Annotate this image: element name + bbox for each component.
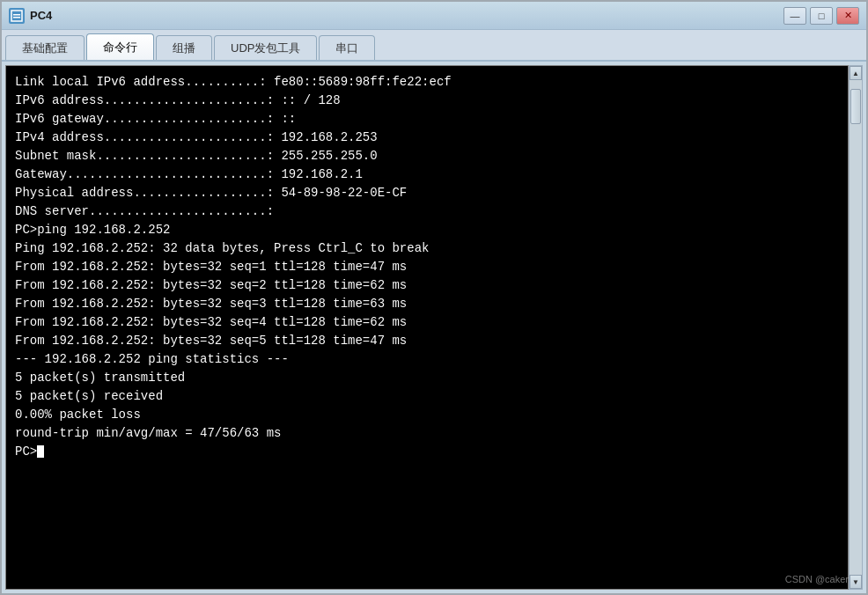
minimize-button[interactable]: — (783, 7, 806, 25)
terminal-output[interactable]: Link local IPv6 address..........: fe80:… (5, 65, 849, 590)
scrollbar[interactable]: ▲ ▼ (849, 65, 863, 590)
tab-command-line[interactable]: 命令行 (86, 33, 154, 60)
terminal-line: IPv6 gateway......................: :: (15, 110, 839, 129)
scroll-up-button[interactable]: ▲ (850, 66, 862, 80)
terminal-line: 5 packet(s) received (15, 387, 839, 406)
scroll-down-button[interactable]: ▼ (850, 575, 862, 589)
terminal-line: PC> (15, 443, 839, 461)
main-content: Link local IPv6 address..........: fe80:… (2, 62, 866, 593)
terminal-line: From 192.168.2.252: bytes=32 seq=2 ttl=1… (15, 276, 839, 295)
terminal-line: IPv6 address......................: :: /… (15, 92, 839, 110)
main-window: PC4 — □ ✕ 基础配置 命令行 组播 UDP发包工具 串口 Link lo… (0, 0, 868, 595)
tab-serial[interactable]: 串口 (319, 35, 375, 60)
maximize-button[interactable]: □ (810, 7, 833, 25)
terminal-line: From 192.168.2.252: bytes=32 seq=1 ttl=1… (15, 258, 839, 276)
scroll-thumb[interactable] (850, 89, 861, 124)
terminal-line: PC>ping 192.168.2.252 (15, 221, 839, 239)
terminal-line: From 192.168.2.252: bytes=32 seq=4 ttl=1… (15, 313, 839, 332)
terminal-line: --- 192.168.2.252 ping statistics --- (15, 350, 839, 369)
window-icon (9, 8, 25, 24)
terminal-line: Link local IPv6 address..........: fe80:… (15, 73, 839, 92)
terminal-line: DNS server........................: (15, 202, 839, 221)
window-controls: — □ ✕ (783, 7, 859, 25)
terminal-line: Physical address..................: 54-8… (15, 184, 839, 202)
terminal-line: round-trip min/avg/max = 47/56/63 ms (15, 424, 839, 443)
terminal-line: From 192.168.2.252: bytes=32 seq=5 ttl=1… (15, 332, 839, 350)
svg-rect-0 (11, 11, 22, 21)
terminal-line: Subnet mask.......................: 255.… (15, 147, 839, 165)
window-title: PC4 (30, 9, 783, 22)
scroll-track (850, 80, 862, 575)
tab-udp-tool[interactable]: UDP发包工具 (214, 35, 317, 60)
svg-rect-1 (13, 14, 20, 16)
tab-multicast[interactable]: 组播 (156, 35, 212, 60)
terminal-line: IPv4 address......................: 192.… (15, 129, 839, 147)
terminal-line: From 192.168.2.252: bytes=32 seq=3 ttl=1… (15, 295, 839, 313)
terminal-line: 5 packet(s) transmitted (15, 369, 839, 387)
terminal-line: Gateway...........................: 192.… (15, 165, 839, 184)
tab-bar: 基础配置 命令行 组播 UDP发包工具 串口 (2, 30, 866, 62)
terminal-line: Ping 192.168.2.252: 32 data bytes, Press… (15, 239, 839, 258)
cursor (37, 445, 44, 458)
svg-rect-2 (13, 17, 20, 18)
title-bar: PC4 — □ ✕ (2, 2, 866, 30)
close-button[interactable]: ✕ (836, 7, 859, 25)
terminal-line: 0.00% packet loss (15, 406, 839, 424)
tab-basic-config[interactable]: 基础配置 (5, 35, 85, 60)
